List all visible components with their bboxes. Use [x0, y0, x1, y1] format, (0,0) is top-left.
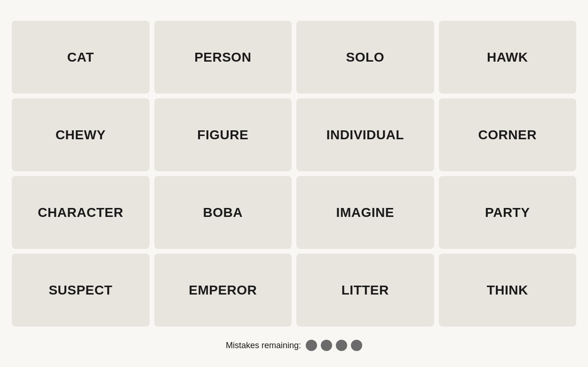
mistakes-label: Mistakes remaining: — [226, 341, 301, 351]
mistake-dot-2 — [321, 340, 332, 351]
grid-cell-party[interactable]: PARTY — [439, 176, 577, 249]
grid-cell-boba[interactable]: BOBA — [154, 176, 292, 249]
word-grid: CATPERSONSOLOHAWKCHEWYFIGUREINDIVIDUALCO… — [7, 16, 581, 331]
cell-label-boba: BOBA — [203, 205, 243, 220]
cell-label-hawk: HAWK — [487, 50, 528, 65]
cell-label-chewy: CHEWY — [56, 128, 106, 143]
cell-label-think: THINK — [487, 283, 528, 298]
cell-label-emperor: EMPEROR — [189, 283, 257, 298]
grid-cell-emperor[interactable]: EMPEROR — [154, 254, 292, 327]
cell-label-cat: CAT — [67, 50, 94, 65]
grid-cell-cat[interactable]: CAT — [12, 21, 150, 94]
grid-cell-hawk[interactable]: HAWK — [439, 21, 577, 94]
grid-cell-corner[interactable]: CORNER — [439, 98, 577, 171]
cell-label-individual: INDIVIDUAL — [326, 128, 404, 143]
cell-label-figure: FIGURE — [197, 128, 248, 143]
grid-cell-suspect[interactable]: SUSPECT — [12, 254, 150, 327]
grid-cell-person[interactable]: PERSON — [154, 21, 292, 94]
grid-cell-figure[interactable]: FIGURE — [154, 98, 292, 171]
cell-label-corner: CORNER — [478, 128, 537, 143]
cell-label-imagine: IMAGINE — [336, 205, 394, 220]
grid-cell-solo[interactable]: SOLO — [296, 21, 434, 94]
cell-label-litter: LITTER — [342, 283, 389, 298]
grid-cell-individual[interactable]: INDIVIDUAL — [296, 98, 434, 171]
grid-cell-character[interactable]: CHARACTER — [12, 176, 150, 249]
footer: Mistakes remaining: — [226, 340, 362, 351]
cell-label-person: PERSON — [194, 50, 251, 65]
grid-cell-chewy[interactable]: CHEWY — [12, 98, 150, 171]
cell-label-suspect: SUSPECT — [48, 283, 112, 298]
mistakes-dots — [306, 340, 362, 351]
mistake-dot-3 — [336, 340, 347, 351]
grid-cell-litter[interactable]: LITTER — [296, 254, 434, 327]
grid-cell-imagine[interactable]: IMAGINE — [296, 176, 434, 249]
cell-label-character: CHARACTER — [38, 205, 123, 220]
grid-cell-think[interactable]: THINK — [439, 254, 577, 327]
mistake-dot-1 — [306, 340, 317, 351]
mistake-dot-4 — [351, 340, 362, 351]
cell-label-party: PARTY — [485, 205, 530, 220]
cell-label-solo: SOLO — [346, 50, 384, 65]
